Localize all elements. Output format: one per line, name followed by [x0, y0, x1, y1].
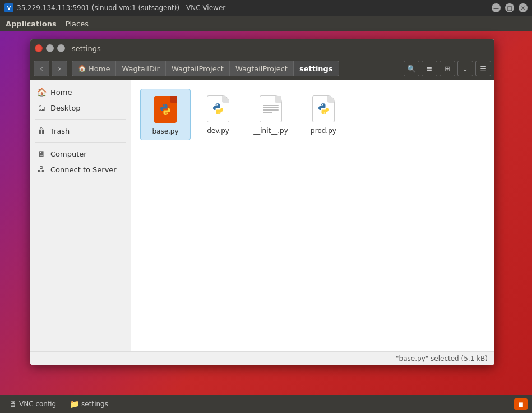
breadcrumb-settings[interactable]: settings — [293, 61, 339, 76]
close-button[interactable]: ✕ — [519, 3, 528, 12]
sidebar-divider-1 — [35, 119, 126, 120]
home-icon: 🏠 — [37, 88, 46, 97]
places-menu[interactable]: Places — [66, 20, 89, 28]
sidebar-desktop-label: Desktop — [50, 104, 81, 112]
sidebar-computer-label: Computer — [50, 150, 87, 158]
file-icon-init-py — [257, 93, 284, 125]
taskbar-indicator: ■ — [514, 398, 528, 410]
python-active-icon — [154, 96, 177, 123]
home-icon: 🏠 — [78, 65, 86, 72]
status-bar: "base.py" selected (5.1 kB) — [30, 351, 494, 365]
txt-line-4 — [263, 112, 272, 113]
sidebar-item-connect-to-server[interactable]: 🖧 Connect to Server — [30, 162, 131, 177]
sidebar-divider-2 — [35, 142, 126, 143]
breadcrumb-wagtailproject2[interactable]: WagtailProject — [229, 61, 293, 76]
trash-icon: 🗑 — [37, 126, 46, 135]
python-icon-prod — [312, 95, 335, 122]
file-icon-base-py — [152, 94, 179, 125]
file-icon-prod-py — [310, 93, 337, 125]
taskbar-settings-label: settings — [81, 400, 108, 408]
python-logo-dev-svg — [211, 102, 225, 116]
desktop-icon: 🗂 — [37, 103, 46, 112]
status-text: "base.py" selected (5.1 kB) — [396, 355, 488, 362]
breadcrumb-home[interactable]: 🏠 Home — [72, 61, 115, 76]
content-area: 🏠 Home 🗂 Desktop 🗑 Trash 🖥 Computer 🖧 Co… — [30, 80, 494, 351]
vnc-window-title: 35.229.134.113:5901 (sinuod-vm:1 (sutsag… — [17, 4, 488, 12]
taskbar-vnc-icon: 🖥 — [9, 400, 17, 409]
breadcrumb: 🏠 Home WagtailDir WagtailProject Wagtail… — [72, 61, 339, 76]
txt-line-1 — [263, 105, 279, 106]
file-item-init-py[interactable]: __init__.py — [246, 89, 296, 140]
sidebar-item-home[interactable]: 🏠 Home — [30, 84, 131, 100]
python-icon — [207, 95, 229, 122]
computer-icon: 🖥 — [37, 149, 46, 158]
view-menu-button[interactable]: ☰ — [475, 61, 491, 76]
sidebar-item-desktop[interactable]: 🗂 Desktop — [30, 100, 131, 116]
maximize-button[interactable]: □ — [505, 3, 514, 12]
vnc-logo: V — [4, 3, 13, 12]
sidebar-item-trash[interactable]: 🗑 Trash — [30, 123, 131, 139]
txt-line-3 — [263, 109, 279, 111]
vnc-titlebar: V 35.229.134.113:5901 (sinuod-vm:1 (suts… — [0, 0, 532, 16]
file-manager-window: settings ‹ › 🏠 Home WagtailDir WagtailPr… — [30, 39, 494, 365]
window-maximize-btn[interactable] — [57, 44, 65, 52]
ubuntu-panel: Applications Places — [0, 16, 532, 31]
toolbar-actions: 🔍 ≡ ⊞ ⌄ ☰ — [404, 61, 491, 76]
view-list-button[interactable]: ≡ — [422, 61, 437, 76]
breadcrumb-wagtailproject1[interactable]: WagtailProject — [165, 61, 229, 76]
taskbar-vnc-config[interactable]: 🖥 VNC config — [4, 398, 61, 410]
file-name-init-py: __init__.py — [253, 127, 288, 135]
text-icon — [260, 95, 282, 122]
txt-line-2 — [263, 107, 279, 108]
taskbar-vnc-label: VNC config — [19, 400, 56, 408]
window-titlebar: settings — [30, 39, 494, 57]
file-item-base-py[interactable]: base.py — [140, 89, 191, 140]
forward-button[interactable]: › — [52, 61, 67, 76]
minimize-button[interactable]: — — [492, 3, 501, 12]
sidebar-item-computer[interactable]: 🖥 Computer — [30, 146, 131, 162]
file-area: base.py dev.py — [131, 80, 494, 351]
taskbar-settings-icon: 📁 — [70, 400, 79, 409]
sidebar-trash-label: Trash — [50, 127, 70, 135]
file-name-base-py: base.py — [152, 127, 178, 135]
window-close-btn[interactable] — [35, 44, 43, 52]
file-item-prod-py[interactable]: prod.py — [298, 89, 349, 140]
back-button[interactable]: ‹ — [34, 61, 49, 76]
server-icon: 🖧 — [37, 165, 46, 174]
window-minimize-btn[interactable] — [46, 44, 54, 52]
view-grid-button[interactable]: ⊞ — [440, 61, 455, 76]
view-sort-button[interactable]: ⌄ — [457, 61, 473, 76]
file-name-dev-py: dev.py — [207, 127, 229, 135]
taskbar-settings[interactable]: 📁 settings — [65, 398, 113, 410]
sidebar-home-label: Home — [50, 88, 72, 97]
python-logo-svg — [159, 103, 172, 116]
file-name-prod-py: prod.py — [311, 127, 336, 135]
toolbar: ‹ › 🏠 Home WagtailDir WagtailProject Wag… — [30, 57, 494, 80]
python-logo-prod-svg — [317, 102, 330, 116]
applications-menu[interactable]: Applications — [6, 20, 57, 28]
search-button[interactable]: 🔍 — [404, 61, 419, 76]
file-icon-dev-py — [205, 93, 232, 125]
sidebar-connect-label: Connect to Server — [50, 166, 117, 174]
breadcrumb-wagtaildir[interactable]: WagtailDir — [115, 61, 165, 76]
taskbar: 🖥 VNC config 📁 settings ■ — [0, 395, 532, 413]
sidebar: 🏠 Home 🗂 Desktop 🗑 Trash 🖥 Computer 🖧 Co… — [30, 80, 131, 351]
window-title: settings — [72, 44, 101, 53]
window-controls: — □ ✕ — [492, 3, 528, 12]
file-item-dev-py[interactable]: dev.py — [193, 89, 243, 140]
